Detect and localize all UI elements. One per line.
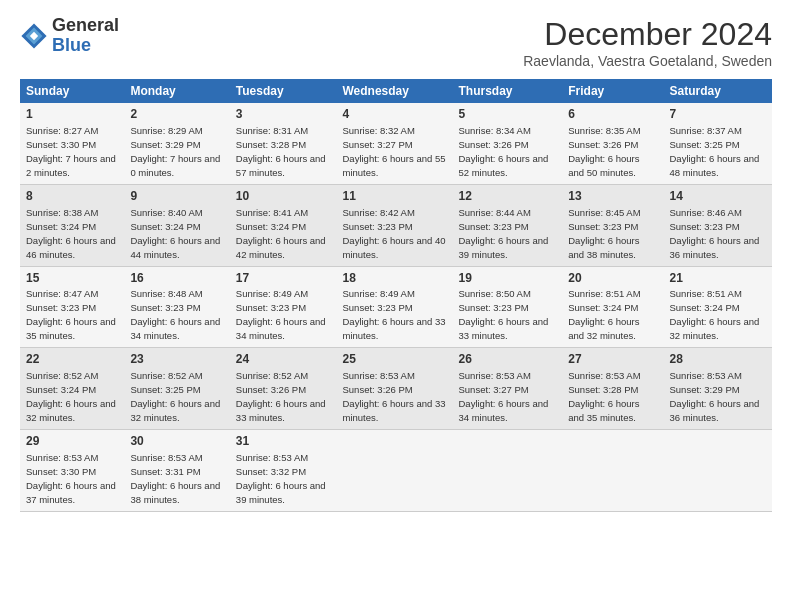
day-number: 27 bbox=[568, 351, 657, 368]
day-sunset: Sunset: 3:25 PM bbox=[669, 139, 739, 150]
calendar-cell: 1 Sunrise: 8:27 AM Sunset: 3:30 PM Dayli… bbox=[20, 103, 124, 184]
day-daylight: Daylight: 6 hours and 50 minutes. bbox=[568, 153, 639, 178]
day-number: 10 bbox=[236, 188, 331, 205]
day-sunset: Sunset: 3:23 PM bbox=[130, 302, 200, 313]
day-sunset: Sunset: 3:30 PM bbox=[26, 139, 96, 150]
day-daylight: Daylight: 6 hours and 48 minutes. bbox=[669, 153, 759, 178]
day-sunset: Sunset: 3:23 PM bbox=[343, 302, 413, 313]
day-sunrise: Sunrise: 8:52 AM bbox=[26, 370, 98, 381]
day-daylight: Daylight: 6 hours and 38 minutes. bbox=[130, 480, 220, 505]
calendar-cell: 18 Sunrise: 8:49 AM Sunset: 3:23 PM Dayl… bbox=[337, 266, 453, 348]
day-sunset: Sunset: 3:26 PM bbox=[343, 384, 413, 395]
calendar-cell: 27 Sunrise: 8:53 AM Sunset: 3:28 PM Dayl… bbox=[562, 348, 663, 430]
calendar-cell: 17 Sunrise: 8:49 AM Sunset: 3:23 PM Dayl… bbox=[230, 266, 337, 348]
calendar-week-4: 22 Sunrise: 8:52 AM Sunset: 3:24 PM Dayl… bbox=[20, 348, 772, 430]
day-number: 1 bbox=[26, 106, 118, 123]
calendar-cell: 29 Sunrise: 8:53 AM Sunset: 3:30 PM Dayl… bbox=[20, 430, 124, 512]
day-sunset: Sunset: 3:28 PM bbox=[236, 139, 306, 150]
day-sunset: Sunset: 3:32 PM bbox=[236, 466, 306, 477]
day-sunrise: Sunrise: 8:53 AM bbox=[458, 370, 530, 381]
day-sunrise: Sunrise: 8:44 AM bbox=[458, 207, 530, 218]
day-sunrise: Sunrise: 8:46 AM bbox=[669, 207, 741, 218]
calendar-cell: 14 Sunrise: 8:46 AM Sunset: 3:23 PM Dayl… bbox=[663, 184, 772, 266]
col-tuesday: Tuesday bbox=[230, 79, 337, 103]
day-sunrise: Sunrise: 8:32 AM bbox=[343, 125, 415, 136]
calendar-cell: 23 Sunrise: 8:52 AM Sunset: 3:25 PM Dayl… bbox=[124, 348, 229, 430]
day-number: 13 bbox=[568, 188, 657, 205]
day-sunset: Sunset: 3:23 PM bbox=[236, 302, 306, 313]
day-daylight: Daylight: 6 hours and 44 minutes. bbox=[130, 235, 220, 260]
day-sunset: Sunset: 3:26 PM bbox=[458, 139, 528, 150]
day-sunset: Sunset: 3:23 PM bbox=[458, 221, 528, 232]
day-sunrise: Sunrise: 8:49 AM bbox=[236, 288, 308, 299]
calendar-cell: 19 Sunrise: 8:50 AM Sunset: 3:23 PM Dayl… bbox=[452, 266, 562, 348]
day-daylight: Daylight: 6 hours and 32 minutes. bbox=[568, 316, 639, 341]
day-sunrise: Sunrise: 8:53 AM bbox=[236, 452, 308, 463]
calendar-cell: 25 Sunrise: 8:53 AM Sunset: 3:26 PM Dayl… bbox=[337, 348, 453, 430]
day-daylight: Daylight: 6 hours and 33 minutes. bbox=[458, 316, 548, 341]
day-sunrise: Sunrise: 8:53 AM bbox=[568, 370, 640, 381]
day-sunrise: Sunrise: 8:41 AM bbox=[236, 207, 308, 218]
calendar-cell: 5 Sunrise: 8:34 AM Sunset: 3:26 PM Dayli… bbox=[452, 103, 562, 184]
calendar-table: Sunday Monday Tuesday Wednesday Thursday… bbox=[20, 79, 772, 512]
day-number: 17 bbox=[236, 270, 331, 287]
col-friday: Friday bbox=[562, 79, 663, 103]
day-number: 18 bbox=[343, 270, 447, 287]
day-daylight: Daylight: 6 hours and 34 minutes. bbox=[458, 398, 548, 423]
day-daylight: Daylight: 6 hours and 42 minutes. bbox=[236, 235, 326, 260]
day-daylight: Daylight: 6 hours and 33 minutes. bbox=[236, 398, 326, 423]
day-daylight: Daylight: 6 hours and 55 minutes. bbox=[343, 153, 446, 178]
calendar-cell bbox=[337, 430, 453, 512]
day-number: 20 bbox=[568, 270, 657, 287]
day-number: 8 bbox=[26, 188, 118, 205]
day-sunset: Sunset: 3:24 PM bbox=[26, 221, 96, 232]
day-sunset: Sunset: 3:23 PM bbox=[343, 221, 413, 232]
day-sunrise: Sunrise: 8:51 AM bbox=[568, 288, 640, 299]
calendar-cell: 22 Sunrise: 8:52 AM Sunset: 3:24 PM Dayl… bbox=[20, 348, 124, 430]
day-sunrise: Sunrise: 8:53 AM bbox=[343, 370, 415, 381]
day-sunset: Sunset: 3:27 PM bbox=[458, 384, 528, 395]
day-sunset: Sunset: 3:26 PM bbox=[568, 139, 638, 150]
day-number: 12 bbox=[458, 188, 556, 205]
day-sunrise: Sunrise: 8:53 AM bbox=[669, 370, 741, 381]
day-daylight: Daylight: 6 hours and 33 minutes. bbox=[343, 316, 446, 341]
calendar-cell: 15 Sunrise: 8:47 AM Sunset: 3:23 PM Dayl… bbox=[20, 266, 124, 348]
day-number: 16 bbox=[130, 270, 223, 287]
day-sunset: Sunset: 3:27 PM bbox=[343, 139, 413, 150]
col-monday: Monday bbox=[124, 79, 229, 103]
day-sunrise: Sunrise: 8:53 AM bbox=[26, 452, 98, 463]
calendar-cell: 6 Sunrise: 8:35 AM Sunset: 3:26 PM Dayli… bbox=[562, 103, 663, 184]
title-area: December 2024 Raevlanda, Vaestra Goetala… bbox=[523, 16, 772, 69]
main-title: December 2024 bbox=[523, 16, 772, 53]
calendar-cell bbox=[452, 430, 562, 512]
day-sunrise: Sunrise: 8:53 AM bbox=[130, 452, 202, 463]
day-number: 26 bbox=[458, 351, 556, 368]
column-headers: Sunday Monday Tuesday Wednesday Thursday… bbox=[20, 79, 772, 103]
calendar-cell: 11 Sunrise: 8:42 AM Sunset: 3:23 PM Dayl… bbox=[337, 184, 453, 266]
day-daylight: Daylight: 6 hours and 40 minutes. bbox=[343, 235, 446, 260]
day-number: 24 bbox=[236, 351, 331, 368]
day-number: 6 bbox=[568, 106, 657, 123]
day-sunrise: Sunrise: 8:40 AM bbox=[130, 207, 202, 218]
day-sunrise: Sunrise: 8:51 AM bbox=[669, 288, 741, 299]
calendar-cell: 9 Sunrise: 8:40 AM Sunset: 3:24 PM Dayli… bbox=[124, 184, 229, 266]
calendar-week-3: 15 Sunrise: 8:47 AM Sunset: 3:23 PM Dayl… bbox=[20, 266, 772, 348]
calendar-cell: 31 Sunrise: 8:53 AM Sunset: 3:32 PM Dayl… bbox=[230, 430, 337, 512]
day-sunrise: Sunrise: 8:52 AM bbox=[236, 370, 308, 381]
day-daylight: Daylight: 6 hours and 39 minutes. bbox=[236, 480, 326, 505]
day-number: 15 bbox=[26, 270, 118, 287]
day-sunset: Sunset: 3:24 PM bbox=[568, 302, 638, 313]
day-sunrise: Sunrise: 8:47 AM bbox=[26, 288, 98, 299]
calendar-cell: 4 Sunrise: 8:32 AM Sunset: 3:27 PM Dayli… bbox=[337, 103, 453, 184]
day-daylight: Daylight: 6 hours and 33 minutes. bbox=[343, 398, 446, 423]
day-daylight: Daylight: 6 hours and 34 minutes. bbox=[236, 316, 326, 341]
day-daylight: Daylight: 6 hours and 37 minutes. bbox=[26, 480, 116, 505]
day-sunrise: Sunrise: 8:50 AM bbox=[458, 288, 530, 299]
day-daylight: Daylight: 6 hours and 38 minutes. bbox=[568, 235, 639, 260]
calendar-cell: 21 Sunrise: 8:51 AM Sunset: 3:24 PM Dayl… bbox=[663, 266, 772, 348]
day-daylight: Daylight: 6 hours and 34 minutes. bbox=[130, 316, 220, 341]
day-number: 21 bbox=[669, 270, 766, 287]
day-daylight: Daylight: 6 hours and 46 minutes. bbox=[26, 235, 116, 260]
day-number: 28 bbox=[669, 351, 766, 368]
calendar-week-5: 29 Sunrise: 8:53 AM Sunset: 3:30 PM Dayl… bbox=[20, 430, 772, 512]
